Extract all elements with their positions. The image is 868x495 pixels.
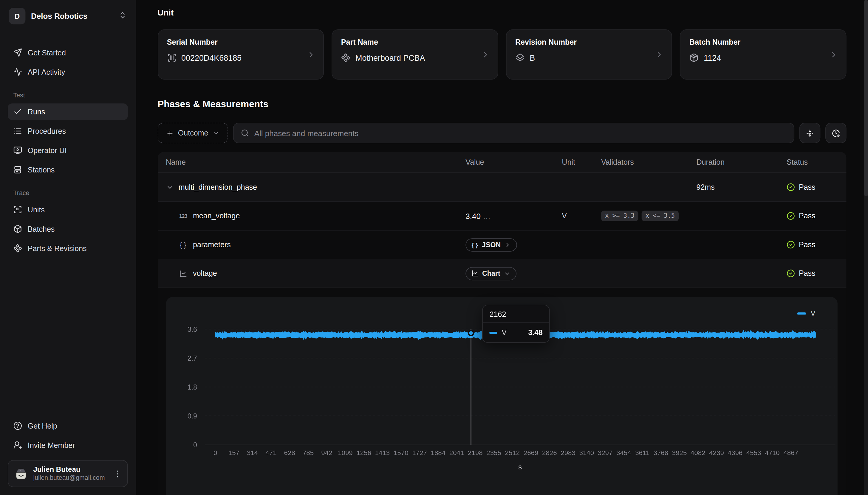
table-row-voltage[interactable]: voltage Chart [158,259,846,288]
chart-line-type-icon [179,270,188,277]
sidebar-item-batches[interactable]: Batches [8,221,128,237]
svg-text:2355: 2355 [486,449,501,457]
sidebar-item-api-activity[interactable]: API Activity [8,64,128,80]
status-badge: Pass [787,269,838,277]
scrollbar-thumb[interactable] [864,0,868,196]
voltage-chart-card[interactable]: 00.91.82.73.6015731447162878594210991256… [166,297,838,495]
search-icon [241,129,249,137]
svg-text:2669: 2669 [523,449,538,457]
col-unit: Unit [562,158,601,167]
sidebar-item-procedures[interactable]: Procedures [8,123,128,139]
col-duration: Duration [696,158,787,167]
card-label: Part Name [341,38,489,47]
chart-tooltip: 2162 V 3.48 [482,305,550,343]
list-icon [13,126,22,136]
circle-check-icon [787,269,795,277]
search-box[interactable] [233,123,795,143]
sidebar-item-label: API Activity [28,68,65,76]
svg-text:s: s [518,463,522,471]
collapse-rows-button[interactable] [799,123,821,143]
sidebar-item-label: Operator UI [28,146,67,155]
tooltip-series-name: V [502,328,524,337]
chart-pill-button[interactable]: Chart [465,267,516,280]
svg-text:4867: 4867 [783,449,798,457]
search-input[interactable] [255,129,787,138]
svg-text:3925: 3925 [672,449,687,457]
sidebar-item-operator-ui[interactable]: Operator UI [8,142,128,159]
sidebar-item-parts-revisions[interactable]: Parts & Revisions [8,240,128,257]
scan-barcode-icon [167,53,177,63]
table-row-mean-voltage[interactable]: 123 mean_voltage 3.40 … V x >= 3.3 x <= … [158,202,846,231]
help-circle-icon [13,422,22,430]
json-pill-label: JSON [482,241,501,249]
serial-number-card[interactable]: Serial Number 00220D4K68185 [158,29,324,80]
package-icon [689,53,699,63]
measurements-table: Name Value Unit Validators Duration Stat… [158,152,846,495]
org-switcher[interactable]: D Delos Robotics [8,6,128,25]
braces-icon: { } [472,241,479,248]
svg-text:1884: 1884 [430,449,445,457]
history-button[interactable] [825,123,847,143]
sidebar-item-label: Units [28,205,45,214]
col-name: Name [166,158,465,167]
sidebar-item-get-help[interactable]: Get Help [8,417,128,434]
tooltip-x-value: 2162 [483,305,549,323]
table-row-parameters[interactable]: { } parameters { } JSON [158,231,846,259]
svg-text:0: 0 [213,449,217,457]
outcome-filter-button[interactable]: Outcome [158,123,228,143]
revision-number-card[interactable]: Revision Number B [506,29,672,80]
sidebar-item-runs[interactable]: Runs [8,103,128,120]
validators: x >= 3.3 x <= 3.5 [601,210,696,221]
sidebar-section-test: Test [13,92,122,98]
stations-icon [13,165,22,174]
legend-series-label: V [811,309,816,318]
sidebar-item-label: Runs [28,107,45,116]
ellipsis-vertical-icon[interactable]: ⋮ [114,470,122,478]
card-value-text: B [529,53,535,62]
validator-badge: x <= 3.5 [642,210,679,221]
user-menu[interactable]: Julien Buteau julien.buteau@gmail.com ⋮ [8,460,128,487]
activity-icon [13,67,22,76]
svg-text:3.6: 3.6 [187,326,197,333]
json-pill-button[interactable]: { } JSON [465,238,517,251]
svg-text:2041: 2041 [449,449,464,457]
sidebar-item-label: Invite Member [28,441,75,449]
tooltip-series-dash [490,331,497,334]
box-icon [13,225,22,234]
page-scrollbar[interactable] [864,0,868,495]
table-row-phase[interactable]: multi_dimension_phase 92ms Pass [158,173,846,202]
svg-text:1727: 1727 [412,449,427,457]
chevron-right-icon [829,50,838,59]
svg-text:3768: 3768 [653,449,668,457]
measurement-name: voltage [193,269,217,277]
legend-series-dash [797,312,806,314]
user-plus-icon [13,441,22,450]
svg-text:471: 471 [265,449,276,457]
user-avatar [14,466,28,481]
chevron-down-icon[interactable] [166,183,174,191]
org-avatar: D [9,8,26,24]
svg-text:2.7: 2.7 [187,355,197,362]
part-name-card[interactable]: Part Name Motherboard PCBA [331,29,498,80]
svg-text:4082: 4082 [690,449,705,457]
sidebar-item-get-started[interactable]: Get Started [8,45,128,61]
sidebar-item-units[interactable]: Units [8,201,128,218]
sidebar-item-stations[interactable]: Stations [8,161,128,178]
send-icon [13,48,22,57]
user-email: julien.buteau@gmail.com [33,474,108,482]
batch-number-card[interactable]: Batch Number 1124 [680,29,846,80]
main-content: Unit Serial Number 00220D4K68185 Part Na… [136,0,868,495]
user-name: Julien Buteau [33,465,108,474]
sidebar-item-label: Get Help [28,422,57,430]
status-badge: Pass [787,241,838,249]
chart-legend[interactable]: V [797,309,816,318]
svg-text:1256: 1256 [356,449,371,457]
svg-text:4710: 4710 [765,449,780,457]
svg-text:157: 157 [228,449,239,457]
col-value: Value [465,158,562,167]
status-badge: Pass [787,183,838,191]
value-truncated-ellipsis: … [483,211,491,220]
org-name: Delos Robotics [31,12,113,20]
sidebar-item-invite-member[interactable]: Invite Member [8,437,128,454]
status-label: Pass [799,269,816,277]
